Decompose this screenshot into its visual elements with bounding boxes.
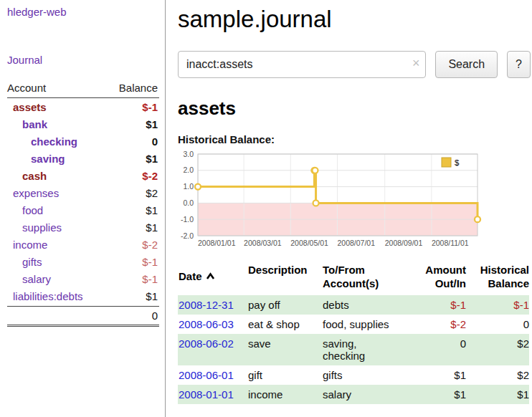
chart-title: Historical Balance: <box>178 133 531 145</box>
chart-container: 2008/01/012008/03/012008/05/012008/07/01… <box>174 149 531 254</box>
register-row: 2008-06-03 eat & shop food, supplies $-2… <box>178 315 529 334</box>
account-balance: $1 <box>146 153 158 165</box>
account-balance: $1 <box>146 204 158 216</box>
register-header-description: Description <box>247 264 322 292</box>
account-balance: $2 <box>146 187 158 199</box>
account-balance: $1 <box>146 118 158 130</box>
amount-cell: 0 <box>412 334 466 365</box>
account-balance: $-1 <box>142 273 158 285</box>
svg-text:2008/09/01: 2008/09/01 <box>385 239 423 247</box>
account-row: food $1 <box>7 201 159 219</box>
amount-cell: $1 <box>412 385 466 404</box>
account-link-saving[interactable]: saving <box>31 153 65 165</box>
main-content: sample.journal × Search ? assets Histori… <box>178 0 531 404</box>
description-cell: save <box>247 334 322 365</box>
register-header-row: Date Description To/From Account(s) Amou… <box>178 264 529 292</box>
register-header-balance: Historical Balance <box>466 264 529 292</box>
date-link[interactable]: 2008-06-02 <box>179 337 234 350</box>
account-link-salary[interactable]: salary <box>22 273 51 285</box>
account-row: expenses $2 <box>7 184 159 201</box>
date-link[interactable]: 2008-06-03 <box>179 318 234 330</box>
account-cell: gifts <box>322 365 412 385</box>
account-cell: saving, checking <box>323 337 379 362</box>
clear-search-icon[interactable]: × <box>412 56 420 71</box>
account-row: assets $-1 <box>7 98 159 115</box>
register-header-amount: Amount Out/In <box>412 264 466 292</box>
account-row: bank $1 <box>7 115 159 133</box>
account-link-gifts[interactable]: gifts <box>22 256 42 268</box>
svg-text:2008/07/01: 2008/07/01 <box>337 239 375 247</box>
balance-cell: 0 <box>466 315 529 334</box>
date-header-label: Date <box>179 270 202 284</box>
account-link-bank[interactable]: bank <box>22 118 47 130</box>
svg-text:-2.0: -2.0 <box>181 231 194 240</box>
search-button[interactable]: Search <box>435 51 498 78</box>
account-link-expenses[interactable]: expenses <box>13 187 59 199</box>
accounts-header-account: Account <box>7 82 46 94</box>
description-cell: income <box>247 385 322 404</box>
account-balance: 0 <box>152 135 158 148</box>
date-link[interactable]: 2008-01-01 <box>179 388 234 401</box>
register-row: 2008-12-31 pay off debts $-1 $-1 <box>178 295 529 315</box>
svg-text:-1.0: -1.0 <box>181 215 194 224</box>
accounts-table-header: Account Balance <box>7 82 159 98</box>
account-heading: assets <box>178 97 531 120</box>
svg-text:2008/11/01: 2008/11/01 <box>432 239 469 247</box>
account-link-assets[interactable]: assets <box>13 101 47 113</box>
amount-cell: $1 <box>412 365 466 385</box>
account-link-income[interactable]: income <box>13 239 47 251</box>
account-balance: $-1 <box>142 101 158 113</box>
sidebar-item-journal[interactable]: Journal <box>7 54 159 66</box>
page-title: sample.journal <box>178 6 531 33</box>
date-link[interactable]: 2008-12-31 <box>179 299 234 311</box>
account-cell: food, supplies <box>322 315 412 334</box>
accounts-table: Account Balance assets $-1 bank $1 check… <box>7 82 159 327</box>
account-link-checking[interactable]: checking <box>31 135 77 148</box>
balance-cell: $2 <box>466 334 529 365</box>
svg-text:2008/05/01: 2008/05/01 <box>290 239 328 247</box>
account-balance: $-2 <box>142 170 158 182</box>
balance-cell: $2 <box>466 365 529 385</box>
account-balance: $-2 <box>142 239 158 251</box>
svg-text:2008/03/01: 2008/03/01 <box>244 239 282 247</box>
register-row: 2008-01-01 income salary $1 $1 <box>178 385 529 404</box>
description-cell: pay off <box>247 295 322 315</box>
amount-cell: $-1 <box>412 295 466 315</box>
balance-cell: $-1 <box>466 295 529 315</box>
account-row: income $-2 <box>7 236 159 253</box>
sidebar: hledger-web Journal Account Balance asse… <box>0 0 166 417</box>
svg-text:$: $ <box>455 158 460 167</box>
svg-text:2008/01/01: 2008/01/01 <box>198 239 236 247</box>
account-balance: $-1 <box>142 256 158 268</box>
balance-cell: $1 <box>466 385 529 404</box>
svg-text:2.0: 2.0 <box>183 166 194 174</box>
account-link-cash[interactable]: cash <box>22 170 47 182</box>
account-link-supplies[interactable]: supplies <box>22 221 62 234</box>
description-cell: eat & shop <box>247 315 322 334</box>
account-row: cash $-2 <box>7 167 159 184</box>
search-input[interactable] <box>178 51 426 78</box>
account-row: saving $1 <box>7 150 159 167</box>
help-button[interactable]: ? <box>507 51 531 78</box>
search-form: × Search ? <box>178 51 531 78</box>
register-header-account: To/From Account(s) <box>322 264 412 292</box>
date-link[interactable]: 2008-06-01 <box>179 369 234 381</box>
sort-ascending-icon <box>206 270 215 284</box>
svg-text:3.0: 3.0 <box>183 150 194 158</box>
account-balance: $1 <box>146 221 158 234</box>
accounts-total-balance: 0 <box>7 306 159 327</box>
account-row: checking 0 <box>7 133 159 150</box>
historical-balance-chart: 2008/01/012008/03/012008/05/012008/07/01… <box>174 149 483 251</box>
account-balance: $1 <box>146 290 158 302</box>
account-row: supplies $1 <box>7 219 159 236</box>
description-cell: gift <box>247 365 322 385</box>
register-row: 2008-06-02 save saving, checking 0 $2 <box>178 334 529 365</box>
app-title-link[interactable]: hledger-web <box>7 6 67 18</box>
search-box: × <box>178 51 426 78</box>
account-row: liabilities:debts $1 <box>7 287 159 305</box>
account-row: salary $-1 <box>7 270 159 287</box>
register-header-date[interactable]: Date <box>178 264 247 292</box>
account-link-liabilities-debts[interactable]: liabilities:debts <box>13 290 83 302</box>
account-row: gifts $-1 <box>7 253 159 270</box>
account-link-food[interactable]: food <box>22 204 43 216</box>
